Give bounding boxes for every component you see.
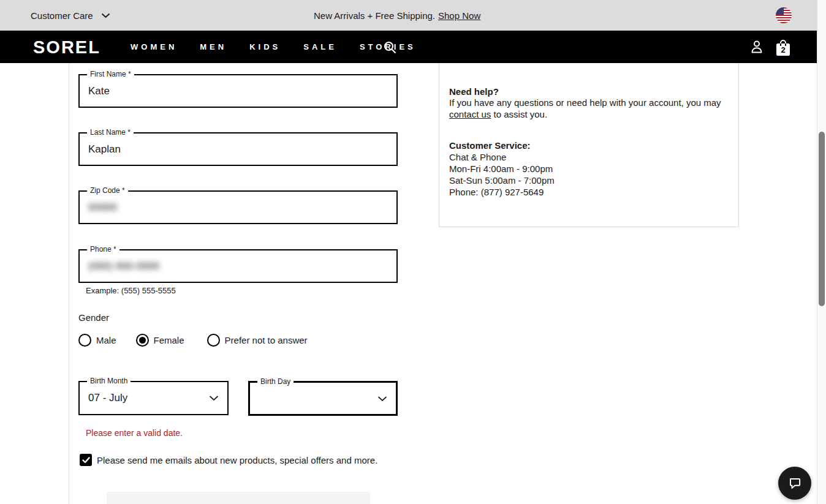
help-body-text: If you have any questions or need help w… xyxy=(449,97,721,108)
scrollbar-thumb[interactable] xyxy=(819,132,825,306)
first-name-value: Kate xyxy=(88,75,110,107)
customer-service-line: Mon-Fri 4:00am - 9:00pm xyxy=(449,163,726,175)
nav-item-women[interactable]: WOMEN xyxy=(131,42,177,51)
page: Customer Care New Arrivals + Free Shippi… xyxy=(0,0,826,504)
birth-day-label: Birth Day xyxy=(257,377,294,386)
cart-bag-icon[interactable]: 2 xyxy=(775,39,792,59)
contact-us-link[interactable]: contact us xyxy=(449,109,491,119)
chevron-down-icon xyxy=(209,396,219,401)
shop-now-link[interactable]: Shop Now xyxy=(438,10,480,21)
customer-service-line: Sat-Sun 5:00am - 7:00pm xyxy=(449,175,726,186)
content-left-border xyxy=(69,63,69,504)
gender-prefer-not-label: Prefer not to answer xyxy=(225,335,308,345)
flag-canton xyxy=(776,7,784,15)
birth-month-value: 07 - July xyxy=(88,382,127,414)
newsletter-checkbox-row[interactable]: Please send me emails about new products… xyxy=(80,454,377,466)
gender-label: Gender xyxy=(78,312,109,323)
promo-text: New Arrivals + Free Shipping. xyxy=(314,10,435,21)
help-title: Need help? xyxy=(449,86,726,97)
utility-bar: Customer Care New Arrivals + Free Shippi… xyxy=(0,0,817,31)
customer-service-line: Chat & Phone xyxy=(449,151,726,163)
first-name-field[interactable]: First Name * Kate xyxy=(78,74,398,108)
chevron-down-icon xyxy=(101,13,110,18)
birth-month-select[interactable]: Birth Month 07 - July xyxy=(78,381,229,415)
search-icon[interactable] xyxy=(383,40,397,57)
birth-day-select[interactable]: Birth Day xyxy=(248,381,398,416)
phone-value-redacted: (000) 000-0000 xyxy=(88,250,159,282)
gender-radio-group: Male Female Prefer not to answer xyxy=(78,334,308,347)
customer-service-title: Customer Service: xyxy=(449,140,726,151)
promo-banner: New Arrivals + Free Shipping. Shop Now xyxy=(314,0,480,31)
sorel-logo[interactable]: SOREL xyxy=(33,37,100,58)
gender-female-label: Female xyxy=(154,335,184,345)
create-account-button[interactable]: CREATE ACCOUNT xyxy=(107,492,370,504)
help-panel: Need help? If you have any questions or … xyxy=(439,63,739,227)
checkbox-checked-icon xyxy=(80,454,92,466)
zip-code-field[interactable]: Zip Code * 00000 xyxy=(78,190,398,224)
nav-links: WOMEN MEN KIDS SALE STORIES xyxy=(131,31,416,63)
phone-field[interactable]: Phone * (000) 000-0000 xyxy=(78,249,398,283)
help-body: If you have any questions or need help w… xyxy=(449,97,726,120)
customer-service-line: Phone: (877) 927-5649 xyxy=(449,186,726,198)
gender-option-female[interactable]: Female xyxy=(136,334,184,347)
us-flag-icon[interactable] xyxy=(776,7,792,23)
customer-care-label: Customer Care xyxy=(31,10,93,21)
nav-item-sale[interactable]: SALE xyxy=(303,42,337,51)
newsletter-label: Please send me emails about new products… xyxy=(97,455,377,465)
phone-helper-text: Example: (555) 555-5555 xyxy=(86,286,176,295)
account-icon[interactable] xyxy=(749,40,764,57)
radio-checked-icon xyxy=(136,334,149,347)
customer-service-block: Customer Service: Chat & Phone Mon-Fri 4… xyxy=(449,140,726,198)
cart-count-badge: 2 xyxy=(775,39,792,57)
scrollbar-track[interactable] xyxy=(817,0,826,504)
date-error-message: Please enter a valid date. xyxy=(86,428,183,438)
main-nav: SOREL WOMEN MEN KIDS SALE STORIES xyxy=(0,31,817,63)
radio-unchecked-icon xyxy=(78,334,91,347)
nav-item-men[interactable]: MEN xyxy=(200,42,227,51)
help-body-text-after: to assist you. xyxy=(491,109,547,119)
gender-male-label: Male xyxy=(96,335,116,345)
customer-care-menu[interactable]: Customer Care xyxy=(31,0,110,31)
last-name-field[interactable]: Last Name * Kaplan xyxy=(78,132,398,166)
gender-option-male[interactable]: Male xyxy=(78,334,116,347)
chat-bubble-icon xyxy=(787,475,803,491)
chevron-down-icon xyxy=(377,396,387,402)
last-name-value: Kaplan xyxy=(88,134,121,165)
radio-unchecked-icon xyxy=(207,334,220,347)
nav-item-kids[interactable]: KIDS xyxy=(249,42,281,51)
gender-option-prefer-not[interactable]: Prefer not to answer xyxy=(207,334,308,347)
zip-code-value-redacted: 00000 xyxy=(88,192,117,223)
chat-launcher-button[interactable] xyxy=(778,467,811,500)
